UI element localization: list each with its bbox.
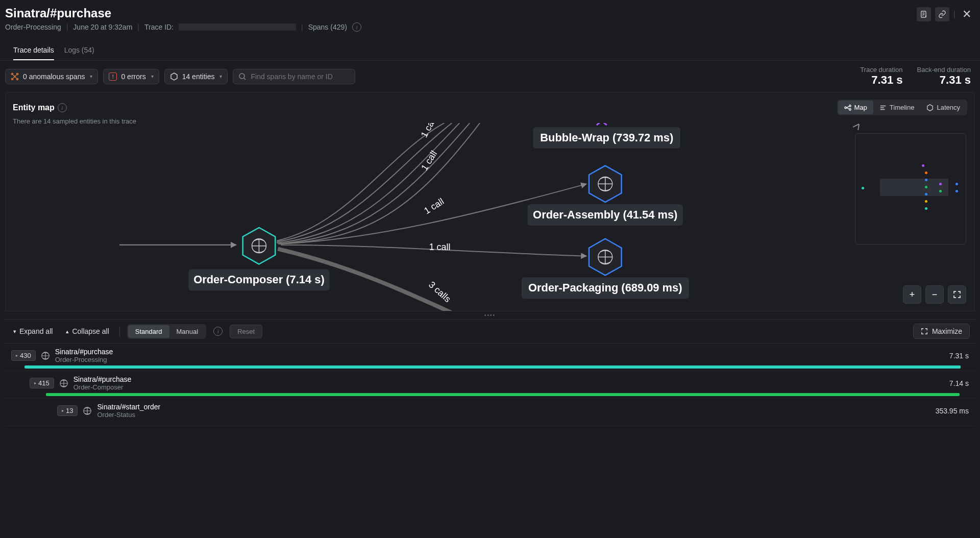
minimap-dot — [925, 172, 927, 174]
chevron-right-icon: ▸ — [34, 381, 36, 385]
info-icon[interactable]: i — [352, 22, 361, 32]
timeline-icon — [879, 104, 887, 111]
minimap-viewport[interactable] — [880, 179, 948, 196]
tab-logs[interactable]: Logs (54) — [64, 41, 94, 60]
view-map-button[interactable]: Map — [838, 101, 873, 114]
minimap-dot — [939, 183, 942, 185]
collapse-all-button[interactable]: ▴ Collapse all — [63, 325, 112, 337]
minimap-dot — [955, 183, 958, 185]
minimap-dot — [955, 190, 958, 192]
backend-duration-metric: Back-end duration 7.31 s — [917, 66, 971, 87]
minimap-dot — [925, 193, 927, 195]
globe-icon — [83, 406, 92, 415]
svg-point-5 — [239, 74, 244, 79]
span-name: Sinatra/#purchase — [74, 375, 132, 383]
span-duration: 7.31 s — [949, 352, 969, 360]
span-list: ▸430Sinatra/#purchaseOrder-Processing7.3… — [5, 343, 975, 426]
trace-meta: Order-Processing | June 20 at 9:32am | T… — [5, 22, 975, 32]
zoom-fit-button[interactable] — [948, 285, 966, 304]
span-count-badge[interactable]: ▸415 — [30, 378, 54, 388]
node-label-assembly: Order-Assembly (41.54 ms) — [533, 208, 677, 221]
entities-filter[interactable]: 14 entities ▾ — [164, 69, 228, 84]
node-bubble-wrap[interactable]: Bubble-Wrap (739.72 ms) — [540, 131, 673, 144]
entity-map-section: Entity map i Map Timeline Latency There … — [5, 92, 975, 311]
reset-button[interactable]: Reset — [230, 325, 262, 338]
info-icon[interactable]: i — [58, 103, 67, 112]
zoom-out-button[interactable]: − — [925, 285, 944, 304]
info-icon[interactable]: i — [213, 327, 223, 336]
error-icon: ! — [109, 72, 117, 81]
view-toggle: Map Timeline Latency — [837, 100, 968, 115]
span-bar — [46, 393, 960, 396]
svg-point-1 — [12, 73, 13, 75]
entity-map-canvas[interactable]: 1 call 1 call Bubble-Wrap (739.72 ms) 1 … — [6, 123, 974, 311]
span-row[interactable]: ▸430Sinatra/#purchaseOrder-Processing7.3… — [5, 344, 975, 371]
span-row[interactable]: ▸13Sinatra/#start_orderOrder-Status353.9… — [5, 399, 975, 426]
trace-timestamp: June 20 at 9:32am — [73, 23, 132, 31]
chevron-down-icon: ▾ — [13, 328, 16, 335]
svg-point-7 — [849, 105, 851, 107]
node-label-packaging: Order-Packaging (689.09 ms) — [528, 281, 682, 294]
hexagon-icon — [170, 72, 178, 81]
latency-icon — [926, 104, 934, 111]
span-row[interactable]: ▸415Sinatra/#purchaseOrder-Composer7.14 … — [5, 371, 975, 399]
span-name: Sinatra/#start_order — [97, 403, 160, 411]
notes-icon[interactable] — [917, 7, 931, 21]
trace-id-label: Trace ID: — [144, 23, 174, 31]
svg-point-6 — [844, 107, 846, 109]
edge-label: 1 call — [429, 242, 451, 252]
map-icon — [844, 104, 851, 111]
minimap[interactable] — [855, 133, 966, 244]
fit-icon — [953, 290, 961, 299]
entity-map-title: Entity map — [13, 103, 55, 112]
view-latency-button[interactable]: Latency — [920, 101, 966, 114]
expand-corner-icon[interactable] — [853, 124, 859, 130]
svg-point-8 — [849, 108, 851, 110]
errors-filter[interactable]: ! 0 errors ▾ — [103, 69, 159, 84]
maximize-icon — [921, 328, 928, 335]
span-count-badge[interactable]: ▸430 — [11, 350, 36, 361]
trace-duration-metric: Trace duration 7.31 s — [860, 66, 902, 87]
node-label-composer: Order-Composer (7.14 s) — [193, 273, 324, 286]
anomalous-spans-filter[interactable]: 0 anomalous spans ▾ — [5, 69, 98, 84]
span-count-badge[interactable]: ▸13 — [57, 405, 78, 416]
node-order-packaging[interactable] — [589, 239, 622, 276]
search-input-wrapper[interactable] — [233, 69, 355, 84]
spans-count: Spans (429) — [308, 23, 347, 31]
node-order-composer[interactable] — [243, 228, 276, 264]
tab-trace-details[interactable]: Trace details — [13, 41, 54, 60]
service-name: Order-Processing — [5, 23, 61, 31]
standard-mode-button[interactable]: Standard — [128, 325, 169, 338]
manual-mode-button[interactable]: Manual — [169, 325, 206, 338]
minimap-dot — [922, 164, 924, 167]
minimap-dot — [925, 186, 927, 188]
maximize-button[interactable]: Maximize — [913, 324, 970, 339]
globe-icon — [41, 351, 50, 360]
search-input[interactable] — [251, 72, 350, 81]
trace-id-value[interactable] — [179, 23, 296, 31]
edge-label: 3 calls — [427, 279, 453, 304]
resize-handle[interactable]: •••• — [0, 311, 980, 319]
minimap-dot — [925, 179, 927, 181]
chevron-down-icon: ▾ — [151, 74, 154, 79]
view-mode-segment: Standard Manual — [127, 324, 206, 339]
view-timeline-button[interactable]: Timeline — [873, 101, 921, 114]
zoom-in-button[interactable]: + — [903, 285, 921, 304]
chevron-up-icon: ▴ — [66, 328, 69, 335]
minimap-dot — [925, 207, 927, 210]
span-bar — [24, 365, 961, 369]
span-duration: 353.95 ms — [936, 407, 969, 415]
span-service: Order-Status — [97, 411, 160, 419]
link-icon[interactable] — [935, 7, 949, 21]
trace-title: Sinatra/#purchase — [5, 6, 975, 20]
chevron-right-icon: ▸ — [62, 408, 64, 413]
svg-point-3 — [12, 78, 13, 80]
minimap-dot — [862, 187, 864, 189]
close-icon[interactable]: ✕ — [960, 7, 974, 21]
node-order-assembly[interactable] — [589, 166, 622, 203]
expand-all-button[interactable]: ▾ Expand all — [10, 325, 56, 337]
globe-icon — [59, 379, 68, 388]
tab-bar: Trace details Logs (54) — [0, 41, 980, 61]
span-name: Sinatra/#purchase — [55, 348, 113, 356]
minimap-dot — [925, 200, 927, 203]
